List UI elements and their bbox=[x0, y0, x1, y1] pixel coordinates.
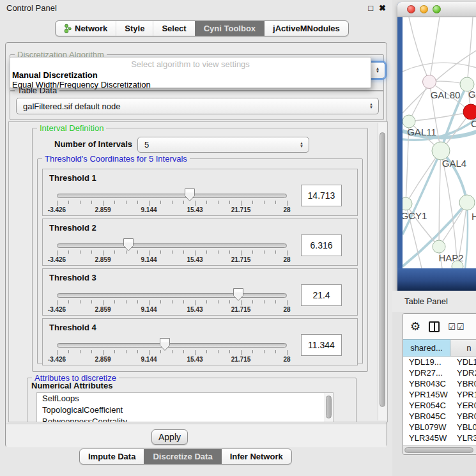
tab-jactivemnodules[interactable]: jActiveMNodules bbox=[264, 21, 348, 36]
table-row[interactable]: YDR27...YDR2 bbox=[403, 367, 476, 378]
slider-tick bbox=[229, 300, 230, 303]
tab-label: Discretize Data bbox=[153, 452, 212, 461]
bottom-tab-impute-data[interactable]: Impute Data bbox=[80, 449, 144, 464]
slider-tick bbox=[275, 201, 276, 204]
threshold-panel-3: Threshold 3-3.4262.8599.14415.4321.71528… bbox=[42, 268, 358, 316]
table-rows: YDL19...YDL1YDR27...YDR2YBR043CYBR0YPR14… bbox=[403, 357, 476, 454]
numerical-attributes-list[interactable]: SelfLoopsTopologicalCoefficientBetweenne… bbox=[36, 392, 334, 422]
table-row[interactable]: YER054CYER0 bbox=[403, 400, 476, 411]
gear-icon[interactable]: ⚙ bbox=[410, 321, 420, 332]
slider-tick bbox=[160, 300, 161, 303]
network-node-hap2[interactable] bbox=[433, 240, 445, 253]
tab-label: Style bbox=[125, 24, 144, 33]
apply-bar: Apply bbox=[6, 424, 387, 447]
checkbox-icon[interactable]: ☑ bbox=[457, 322, 464, 332]
algorithm-option-equal-width-frequency-discretization[interactable]: Equal Width/Frequency Discretization bbox=[12, 80, 365, 89]
tab-select[interactable]: Select bbox=[153, 21, 194, 36]
network-node-gcy1[interactable] bbox=[403, 197, 412, 210]
slider-tick bbox=[264, 250, 265, 254]
network-edge bbox=[409, 112, 471, 121]
network-canvas[interactable]: GAL80GACGAL11GAL4GCY1HHAP2 bbox=[403, 17, 476, 268]
slider-tick-label: 15.43 bbox=[187, 306, 203, 313]
minimize-traffic-light-icon[interactable] bbox=[420, 5, 428, 13]
threshold-slider-thumb[interactable] bbox=[159, 337, 171, 351]
attribute-item-topologicalcoefficient[interactable]: TopologicalCoefficient bbox=[37, 404, 333, 416]
slider-tick bbox=[137, 201, 138, 204]
attributes-list-scrollbar[interactable] bbox=[325, 393, 333, 422]
table-row[interactable]: YLR345WYLR3 bbox=[403, 433, 476, 443]
algorithm-dropdown-popup: Select algorithm to view settings Manual… bbox=[10, 57, 371, 88]
bottom-tab-infer-network[interactable]: Infer Network bbox=[221, 449, 291, 464]
tab-network[interactable]: Network bbox=[56, 21, 116, 36]
attribute-item-selfloops[interactable]: SelfLoops bbox=[37, 393, 333, 404]
table-row[interactable]: YBL079WYBL0 bbox=[403, 422, 476, 433]
vertical-scrollbar-thumb[interactable] bbox=[380, 132, 385, 407]
threshold-slider-track[interactable] bbox=[57, 243, 287, 248]
network-node-label: H bbox=[472, 211, 476, 222]
zoom-traffic-light-icon[interactable] bbox=[433, 5, 441, 13]
network-node-gal4[interactable] bbox=[432, 142, 450, 160]
bottom-tab-discretize-data[interactable]: Discretize Data bbox=[144, 449, 220, 464]
network-node-gal80[interactable] bbox=[423, 75, 436, 89]
network-graph: GAL80GACGAL11GAL4GCY1HHAP2 bbox=[403, 17, 476, 268]
tab-label: Cyni Toolbox bbox=[204, 24, 256, 33]
horizontal-scrollbar[interactable] bbox=[403, 445, 476, 454]
slider-tick bbox=[264, 300, 265, 303]
slider-tick bbox=[114, 350, 115, 353]
column-header-n[interactable]: n bbox=[450, 339, 476, 357]
cell-shared-name: YBR043C bbox=[403, 378, 451, 389]
table-row[interactable]: YDL19...YDL1 bbox=[403, 357, 476, 367]
network-node-gal11[interactable] bbox=[403, 115, 415, 128]
algorithm-option-manual-discretization[interactable]: Manual Discretization bbox=[12, 70, 365, 80]
slider-tick bbox=[57, 350, 58, 355]
threshold-slider-track[interactable] bbox=[57, 343, 287, 348]
tab-label: Infer Network bbox=[230, 452, 283, 461]
slider-tick bbox=[57, 201, 58, 206]
horizontal-scrollbar-thumb[interactable] bbox=[404, 447, 473, 453]
attributes-scrollbar-thumb[interactable] bbox=[326, 395, 332, 418]
threshold-slider-thumb[interactable] bbox=[123, 238, 134, 252]
network-node-h[interactable] bbox=[459, 195, 475, 210]
table-data-combobox[interactable]: galFiltered.sif default node ▲▼ bbox=[16, 98, 379, 114]
slider-tick bbox=[68, 300, 69, 303]
tab-style[interactable]: Style bbox=[116, 21, 153, 36]
threshold-slider-thumb[interactable] bbox=[233, 288, 244, 302]
slider-tick-label: 9.144 bbox=[141, 206, 157, 213]
checkbox-icon[interactable]: ☑ bbox=[448, 322, 456, 332]
cell-name: YBR0 bbox=[451, 378, 476, 389]
split-columns-icon[interactable] bbox=[429, 321, 440, 332]
float-window-icon[interactable]: □ bbox=[368, 3, 373, 14]
attribute-item-betweennesscentrality[interactable]: BetweennessCentrality bbox=[37, 416, 333, 422]
tab-cyni-toolbox[interactable]: Cyni Toolbox bbox=[195, 21, 264, 36]
slider-tick bbox=[91, 350, 92, 353]
number-of-intervals-combobox[interactable]: 5 ▲▼ bbox=[137, 137, 309, 153]
threshold-value-field[interactable]: 21.4 bbox=[301, 284, 342, 306]
network-node-c[interactable] bbox=[463, 104, 476, 119]
vertical-scrollbar[interactable] bbox=[378, 123, 387, 420]
table-row[interactable]: YBR045CYBR0 bbox=[403, 411, 476, 422]
network-node-label: GCY1 bbox=[403, 210, 427, 221]
table-row[interactable]: YBR043CYBR0 bbox=[403, 378, 476, 389]
apply-button[interactable]: Apply bbox=[151, 429, 188, 445]
slider-tick bbox=[68, 350, 69, 353]
table-row[interactable]: YPR145WYPR1 bbox=[403, 389, 476, 400]
slider-tick-label: 9.144 bbox=[141, 306, 157, 313]
close-window-icon[interactable]: ✖ bbox=[379, 3, 386, 14]
table-column-headers: shared...n bbox=[403, 339, 476, 357]
threshold-slider-track[interactable] bbox=[57, 194, 287, 198]
tab-label: Select bbox=[162, 24, 186, 33]
tab-label: jActiveMNodules bbox=[273, 24, 340, 33]
slider-tick-label: 21.715 bbox=[231, 356, 251, 363]
slider-tick-label: 15.43 bbox=[187, 206, 203, 213]
threshold-slider-track[interactable] bbox=[57, 293, 287, 298]
cell-name: YER0 bbox=[451, 400, 476, 411]
close-traffic-light-icon[interactable] bbox=[407, 5, 415, 13]
threshold-value-field[interactable]: 6.316 bbox=[301, 234, 342, 256]
table-toolbar: ⚙ ☑ ☑ bbox=[403, 314, 476, 339]
combo-arrows-icon: ▲▼ bbox=[369, 103, 373, 109]
column-header-shared[interactable]: shared... bbox=[403, 339, 450, 357]
cell-name: YLR3 bbox=[451, 433, 476, 443]
threshold-slider-thumb[interactable] bbox=[184, 188, 196, 202]
threshold-value-field[interactable]: 14.713 bbox=[301, 185, 342, 206]
threshold-value-field[interactable]: 11.344 bbox=[301, 334, 342, 356]
